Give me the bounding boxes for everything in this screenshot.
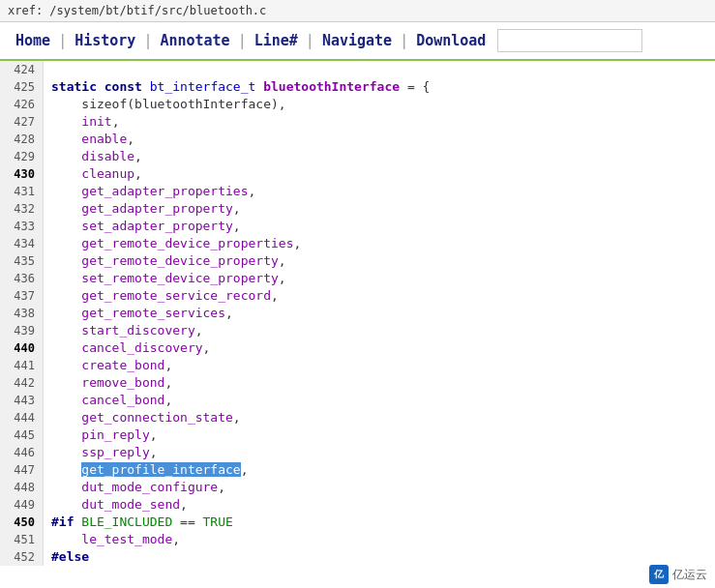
table-row: 433 set_adapter_property, — [0, 218, 715, 235]
line-content: start_discovery, — [44, 322, 203, 339]
table-row: 427 init, — [0, 113, 715, 131]
line-number: 424 — [0, 61, 44, 78]
nav-history[interactable]: History — [67, 28, 143, 53]
line-content: cancel_bond, — [44, 392, 172, 409]
line-number: 451 — [0, 531, 44, 548]
breadcrumb: xref: /system/bt/btif/src/bluetooth.c — [0, 0, 715, 22]
table-row: 426 sizeof(bluetoothInterface), — [0, 96, 715, 113]
table-row: 450#if BLE_INCLUDED == TRUE — [0, 514, 715, 531]
line-content: pin_reply, — [44, 426, 158, 444]
table-row: 443 cancel_bond, — [0, 392, 715, 409]
line-number: 442 — [0, 374, 44, 392]
line-number: 446 — [0, 444, 44, 461]
line-number: 450 — [0, 514, 44, 531]
table-row: 438 get_remote_services, — [0, 305, 715, 322]
nav-annotate[interactable]: Annotate — [152, 28, 237, 53]
nav-sep-1: | — [58, 32, 67, 49]
table-row: 439 start_discovery, — [0, 322, 715, 339]
line-number: 425 — [0, 78, 44, 96]
line-number: 452 — [0, 548, 44, 566]
table-row: 447 get_profile_interface, — [0, 461, 715, 479]
line-content: remove_bond, — [44, 374, 172, 392]
line-number: 426 — [0, 96, 44, 113]
line-content: get_remote_device_properties, — [44, 235, 301, 252]
line-content: sizeof(bluetoothInterface), — [44, 96, 286, 113]
line-number: 443 — [0, 392, 44, 409]
line-content: #if BLE_INCLUDED == TRUE — [44, 514, 233, 531]
table-row: 435 get_remote_device_property, — [0, 252, 715, 270]
brand-label: 亿运云 — [672, 567, 707, 583]
table-row: 448 dut_mode_configure, — [0, 479, 715, 496]
table-row: 444 get_connection_state, — [0, 409, 715, 426]
bottom-brand: 亿 亿运云 — [649, 565, 707, 584]
nav-line[interactable]: Line# — [247, 28, 306, 53]
line-content: dut_mode_send, — [44, 496, 188, 514]
line-number: 433 — [0, 218, 44, 235]
table-row: 424 — [0, 61, 715, 78]
nav-sep-5: | — [400, 32, 408, 49]
brand-icon: 亿 — [649, 565, 669, 584]
nav-navigate[interactable]: Navigate — [314, 28, 400, 53]
line-number: 440 — [0, 339, 44, 357]
nav-sep-4: | — [306, 32, 314, 49]
line-number: 432 — [0, 200, 44, 218]
line-content: get_remote_service_record, — [44, 287, 279, 305]
table-row: 446 ssp_reply, — [0, 444, 715, 461]
line-number: 449 — [0, 496, 44, 514]
line-content: dut_mode_configure, — [44, 479, 225, 496]
nav-sep-3: | — [238, 32, 247, 49]
line-content: create_bond, — [44, 357, 172, 374]
line-content: get_profile_interface, — [44, 461, 249, 479]
table-row: 445 pin_reply, — [0, 426, 715, 444]
table-row: 429 disable, — [0, 148, 715, 165]
line-content: get_adapter_properties, — [44, 183, 255, 200]
line-content: enable, — [44, 131, 134, 148]
line-number: 429 — [0, 148, 44, 165]
table-row: 428 enable, — [0, 131, 715, 148]
line-number: 435 — [0, 252, 44, 270]
line-content: get_remote_device_property, — [44, 252, 286, 270]
table-row: 434 get_remote_device_properties, — [0, 235, 715, 252]
line-content: cleanup, — [44, 165, 142, 183]
nav-search-input[interactable] — [497, 29, 642, 52]
line-number: 434 — [0, 235, 44, 252]
line-content: ssp_reply, — [44, 444, 158, 461]
table-row: 431 get_adapter_properties, — [0, 183, 715, 200]
line-content: static const bt_interface_t bluetoothInt… — [44, 78, 430, 96]
table-row: 451 le_test_mode, — [0, 531, 715, 548]
line-number: 438 — [0, 305, 44, 322]
table-row: 437 get_remote_service_record, — [0, 287, 715, 305]
line-content: get_remote_services, — [44, 305, 233, 322]
table-row: 425static const bt_interface_t bluetooth… — [0, 78, 715, 96]
nav-home[interactable]: Home — [8, 28, 58, 53]
line-number: 436 — [0, 270, 44, 287]
table-row: 440 cancel_discovery, — [0, 339, 715, 357]
nav-sep-2: | — [143, 32, 152, 49]
line-number: 445 — [0, 426, 44, 444]
table-row: 449 dut_mode_send, — [0, 496, 715, 514]
line-number: 439 — [0, 322, 44, 339]
table-row: 430 cleanup, — [0, 165, 715, 183]
line-content: set_adapter_property, — [44, 218, 241, 235]
line-number: 431 — [0, 183, 44, 200]
line-number: 444 — [0, 409, 44, 426]
nav-bar: Home | History | Annotate | Line# | Navi… — [0, 22, 715, 61]
line-content: init, — [44, 113, 119, 131]
line-number: 428 — [0, 131, 44, 148]
table-row: 452#else — [0, 548, 715, 566]
line-content: #else — [44, 548, 89, 566]
line-number: 447 — [0, 461, 44, 479]
table-row: 432 get_adapter_property, — [0, 200, 715, 218]
line-number: 448 — [0, 479, 44, 496]
line-content: set_remote_device_property, — [44, 270, 286, 287]
nav-download[interactable]: Download — [408, 28, 493, 53]
table-row: 442 remove_bond, — [0, 374, 715, 392]
line-number: 437 — [0, 287, 44, 305]
line-content: get_adapter_property, — [44, 200, 241, 218]
line-content: disable, — [44, 148, 142, 165]
line-number: 441 — [0, 357, 44, 374]
line-content: cancel_discovery, — [44, 339, 210, 357]
line-content: le_test_mode, — [44, 531, 180, 548]
table-row: 436 set_remote_device_property, — [0, 270, 715, 287]
line-number: 430 — [0, 165, 44, 183]
